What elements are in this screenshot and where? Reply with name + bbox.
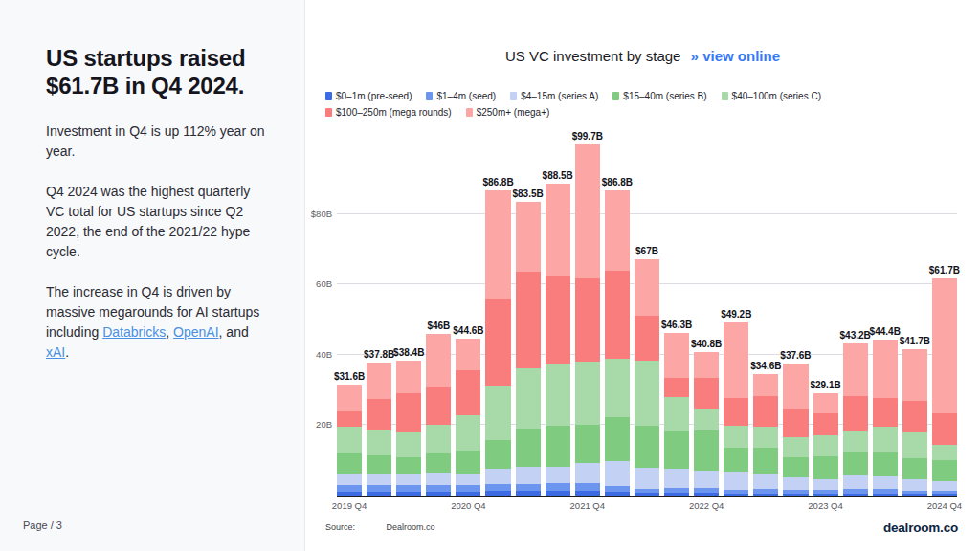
bar-segment (575, 144, 600, 278)
bar-segment (485, 440, 510, 469)
y-axis-tick-label: 60B (316, 278, 332, 289)
bar-segment (396, 361, 421, 393)
stacked-bar-2022-q2: $67B (635, 259, 659, 496)
bar-segment (664, 333, 689, 378)
y-axis-tick-label: 40B (316, 349, 332, 360)
bar-segment (753, 448, 778, 474)
bar-segment (694, 409, 719, 430)
bar-segment (546, 276, 570, 364)
bar-segment (783, 437, 808, 456)
bar-segment (485, 190, 510, 300)
stacked-bar-2021-q4: $99.7B (575, 144, 600, 496)
paragraph-yoy: Investment in Q4 is up 112% year on year… (46, 121, 266, 162)
bar-segment (843, 431, 868, 452)
bar-segment (902, 479, 927, 491)
bar-segment (575, 483, 600, 491)
legend-swatch-icon (510, 92, 517, 100)
bar-total-label: $44.4B (870, 326, 901, 337)
bar-segment (426, 425, 451, 452)
stacked-bar-2023-q4: $29.1B (813, 393, 838, 496)
page-title: US startups raised $61.7B in Q4 2024. (46, 44, 266, 100)
bar-segment (605, 190, 630, 272)
bar-segment (367, 363, 391, 399)
bar-segment (426, 485, 451, 492)
bar-segment (337, 411, 362, 427)
bar-segment (724, 398, 748, 426)
chart-title-text: US VC investment by stage (505, 48, 680, 64)
bar-segment (753, 474, 778, 488)
bar-segment (724, 426, 748, 448)
separator: , and (219, 324, 249, 340)
bar-segment (575, 362, 600, 425)
bar-segment (426, 453, 451, 474)
paragraph-ai-megarounds: The increase in Q4 is driven by massive … (46, 282, 266, 363)
bar-segment (456, 415, 480, 450)
legend-label: $250m+ (mega+) (477, 107, 550, 118)
bar-total-label: $49.2B (721, 309, 751, 320)
stacked-bar-2023-q1: $49.2B (724, 322, 748, 496)
stacked-bar-2020-q3: $46B (426, 334, 451, 496)
bar-segment (516, 202, 541, 272)
legend-label: $100–250m (mega rounds) (336, 107, 452, 118)
legend-swatch-icon (325, 92, 332, 100)
link-databricks[interactable]: Databricks (102, 324, 166, 340)
bar-segment (783, 364, 808, 410)
bar-segment (367, 430, 391, 455)
legend-swatch-icon (325, 108, 332, 117)
bar-segment (902, 458, 927, 478)
bar-segment (337, 453, 362, 474)
bar-total-label: $37.8B (364, 349, 394, 360)
bar-segment (902, 349, 927, 402)
bar-segment (902, 432, 927, 459)
bar-segment (843, 452, 868, 475)
bar-segment (932, 413, 957, 445)
bar-total-label: $40.8B (691, 339, 722, 349)
bar-segment (932, 460, 957, 481)
bar-segment (694, 352, 719, 378)
stacked-bar-2021-q2: $83.5B (516, 202, 541, 496)
bar-segment (605, 359, 630, 417)
bar-segment (546, 364, 570, 426)
legend-item: $100–250m (mega rounds) (325, 107, 452, 118)
bar-total-label: $86.8B (602, 177, 633, 187)
chart-plot: 20B40B60B$80B $31.6B$37.8B$38.4B$46B$44.… (337, 122, 957, 497)
bar-segment (546, 184, 570, 276)
bar-segment (367, 399, 391, 430)
bar-total-label: $99.7B (572, 131, 603, 142)
bar-segment (546, 426, 570, 467)
legend-swatch-icon (466, 108, 473, 117)
legend-item: $0–1m (pre-seed) (325, 91, 412, 101)
slide: US startups raised $61.7B in Q4 2024. In… (0, 0, 980, 551)
stacked-bar-2024-q4: $61.7B (932, 278, 957, 496)
legend-label: $0–1m (pre-seed) (336, 91, 412, 101)
bar-segment (605, 461, 630, 486)
left-panel: US startups raised $61.7B in Q4 2024. In… (0, 0, 305, 551)
bar-segment (456, 485, 480, 492)
legend-item: $4–15m (series A) (510, 91, 598, 101)
view-online-link[interactable]: » view online (691, 48, 780, 64)
bar-total-label: $86.8B (482, 177, 513, 187)
bar-total-label: $37.6B (780, 350, 811, 361)
bar-segment (873, 476, 898, 490)
bar-segment (635, 468, 659, 489)
legend-label: $4–15m (series A) (521, 91, 598, 101)
bar-segment (337, 474, 362, 485)
bar-segment (396, 432, 421, 457)
link-openai[interactable]: OpenAI (173, 324, 218, 340)
paragraph-highest-quarter: Q4 2024 was the highest quarterly VC tot… (46, 182, 266, 262)
bar-segment (426, 387, 451, 425)
bar-segment (843, 343, 868, 395)
bar-segment (546, 483, 570, 491)
stacked-bar-2021-q1: $86.8B (485, 190, 510, 496)
legend-swatch-icon (722, 92, 728, 100)
legend-item: $250m+ (mega+) (466, 107, 550, 118)
bar-total-label: $41.7B (900, 336, 930, 346)
bar-segment (843, 475, 868, 489)
bar-segment (813, 435, 838, 456)
link-xai[interactable]: xAI (46, 344, 65, 360)
bar-segment (516, 368, 541, 430)
chart-title: US VC investment by stage » view online (305, 48, 980, 64)
bar-segment (575, 463, 600, 483)
bar-segment (605, 271, 630, 359)
stacked-bar-2023-q3: $37.6B (783, 364, 808, 496)
